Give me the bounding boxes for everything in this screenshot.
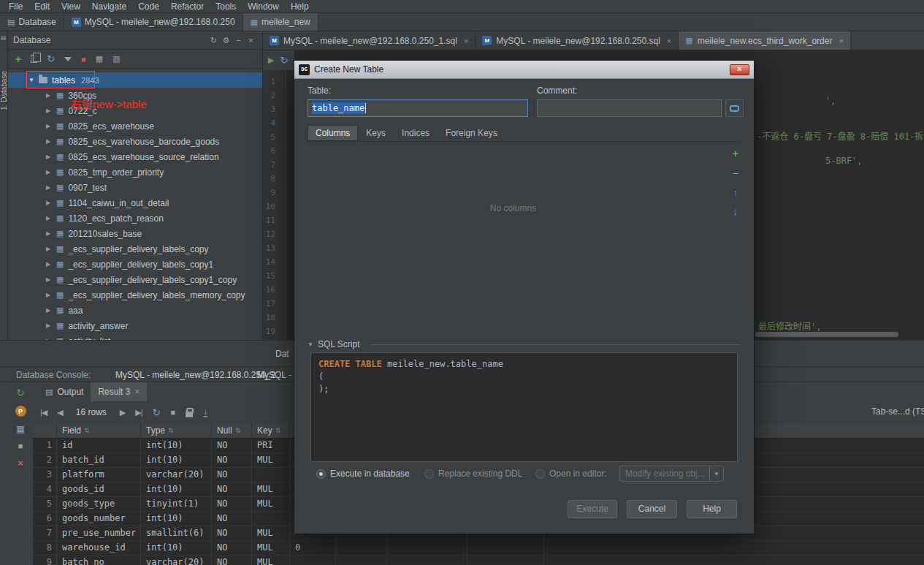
add-icon[interactable]: + (15, 53, 21, 65)
type-cell[interactable]: varchar(20) (141, 555, 212, 565)
key-cell[interactable]: MUL (252, 482, 290, 496)
dialog-tab[interactable]: Foreign Keys (438, 125, 505, 141)
tree-node-table[interactable]: ▶ ▦ 0825_ecs_warehouse (8, 118, 262, 134)
default-cell[interactable] (290, 555, 336, 565)
close-icon[interactable]: × (18, 458, 23, 469)
expand-arrow-icon[interactable]: ▶ (46, 153, 54, 160)
key-cell[interactable] (252, 468, 290, 482)
console-item[interactable]: MySQL - meilele_new@192.168.0.250_2 (115, 370, 275, 380)
editor-tab-work-order[interactable]: ▦ meilele_new.ecs_third_work_order × (679, 31, 851, 50)
gear-icon[interactable]: ⚙ (220, 36, 232, 45)
type-cell[interactable]: int(10) (141, 541, 212, 555)
key-cell[interactable]: MUL (252, 497, 290, 511)
restore-layout-icon[interactable]: ▦ (16, 424, 24, 434)
refresh-icon[interactable]: ↻ (47, 53, 55, 64)
null-cell[interactable]: NO (212, 482, 252, 496)
row-number-cell[interactable]: 5 (33, 497, 57, 511)
expand-arrow-icon[interactable]: ▶ (46, 230, 54, 237)
chevron-down-icon[interactable]: ▼ (709, 466, 723, 481)
default-cell[interactable]: 0 (290, 541, 336, 555)
menu-item[interactable]: Code (132, 1, 165, 12)
key-cell[interactable] (252, 512, 290, 526)
expand-arrow-icon[interactable]: ▶ (46, 261, 54, 268)
type-cell[interactable]: tinyint(1) (141, 497, 212, 511)
add-column-icon[interactable]: + (733, 147, 739, 159)
menu-item[interactable]: File (3, 1, 28, 12)
tree-node-table[interactable]: ▶ ▦ 1120_ecs_patch_reason (8, 211, 262, 226)
cancel-button[interactable]: Cancel (627, 500, 677, 518)
expand-arrow-icon[interactable]: ▶ (46, 92, 54, 99)
sync-icon[interactable]: ↻ (207, 36, 220, 45)
tree-node-table[interactable]: ▶ ▦ 0907_test (8, 180, 262, 195)
hide-icon[interactable]: − (232, 36, 245, 45)
help-button[interactable]: Help (687, 500, 737, 518)
row-number-cell[interactable]: 2 (33, 453, 57, 467)
radio-icon[interactable] (424, 469, 434, 479)
comment-input[interactable] (537, 99, 722, 117)
field-cell[interactable]: goods_number (57, 512, 141, 526)
lock-icon[interactable] (186, 412, 193, 417)
move-down-icon[interactable]: ↓ (733, 206, 738, 217)
expand-arrow-icon[interactable]: ▶ (46, 123, 54, 129)
radio-open-in-editor[interactable]: Open in editor: (535, 469, 607, 479)
rerun-icon[interactable]: ↻ (17, 387, 25, 398)
duplicate-icon[interactable] (31, 55, 37, 63)
menu-item[interactable]: Help (285, 1, 315, 12)
next-page-icon[interactable]: ▶ (120, 408, 125, 417)
sql-script-editor[interactable]: CREATE TABLE meilele_new.table_name ( ); (310, 352, 738, 462)
comment-button[interactable] (725, 99, 744, 117)
field-cell[interactable]: pre_use_number (57, 526, 141, 540)
radio-replace-existing-ddl[interactable]: Replace existing DDL (424, 469, 522, 479)
dialog-title-bar[interactable]: DG Create New Table × (294, 61, 754, 79)
type-cell[interactable]: varchar(20) (141, 468, 212, 482)
menu-item[interactable]: View (56, 1, 86, 12)
menu-item[interactable]: Window (242, 1, 285, 12)
row-number-cell[interactable]: 8 (33, 541, 57, 555)
console-item[interactable]: MySQL - (257, 370, 291, 380)
dialog-close-button[interactable]: × (730, 64, 749, 75)
close-tab-icon[interactable]: × (667, 37, 671, 45)
null-cell[interactable]: NO (212, 453, 252, 467)
nav-tab-schema[interactable]: ▦ meilele_new (243, 13, 318, 31)
dialog-tab[interactable]: Indices (394, 125, 438, 141)
sort-icon[interactable]: ⇅ (235, 427, 241, 434)
expand-arrow-icon[interactable]: ▶ (46, 184, 54, 191)
field-cell[interactable]: warehouse_id (57, 541, 141, 555)
type-cell[interactable]: int(10) (141, 512, 212, 526)
row-number-cell[interactable]: 1 (33, 439, 57, 452)
sort-icon[interactable]: ⇅ (275, 427, 281, 434)
collapse-icon[interactable]: ▼ (308, 341, 313, 348)
last-page-icon[interactable]: ▶| (135, 408, 142, 417)
null-cell[interactable]: NO (212, 439, 252, 452)
close-icon[interactable]: × (245, 36, 257, 45)
export-icon[interactable]: ↓ (203, 408, 207, 417)
menu-item[interactable]: Edit (28, 1, 56, 12)
field-cell[interactable]: batch_no (57, 555, 141, 565)
expand-arrow-icon[interactable]: ▶ (46, 200, 54, 206)
row-number-cell[interactable]: 3 (33, 468, 57, 482)
null-cell[interactable]: NO (212, 541, 252, 555)
expand-arrow-icon[interactable]: ▶ (46, 276, 54, 283)
editor-horizontal-scrollbar[interactable] (755, 332, 898, 337)
table-view-icon[interactable]: ▦ (96, 54, 103, 64)
table-name-input[interactable]: table_name (308, 99, 528, 117)
previous-page-icon[interactable]: ◀ (57, 408, 62, 417)
expand-arrow-icon[interactable]: ▶ (46, 138, 54, 145)
tree-node-table[interactable]: ▶ ▦ _ecs_supplier_delivery_labels_memory… (8, 287, 262, 303)
data-extractor-label[interactable]: Tab-se...d (TSV (871, 406, 924, 417)
radio-icon[interactable] (316, 469, 326, 479)
field-cell[interactable]: batch_id (57, 453, 141, 467)
tree-node-table[interactable]: ▶ ▦ activity_answer (8, 318, 262, 333)
dialog-tab[interactable]: Keys (358, 125, 394, 141)
expand-arrow-icon[interactable]: ▶ (46, 322, 54, 329)
modify-existing-dropdown[interactable]: Modify existing obj... ▼ (619, 466, 724, 482)
radio-icon[interactable] (535, 469, 545, 479)
stop-icon[interactable]: ■ (171, 408, 176, 417)
row-number-cell[interactable]: 4 (33, 482, 57, 496)
null-cell[interactable]: NO (212, 512, 252, 526)
type-cell[interactable]: int(10) (141, 439, 212, 452)
tree-node-table[interactable]: ▶ ▦ _ecs_supplier_delivery_labels_copy1_… (8, 272, 262, 287)
tree-node-table[interactable]: ▶ ▦ 0825_ecs_warehouse_barcode_goods (8, 134, 262, 149)
null-cell[interactable]: NO (212, 555, 252, 565)
row-number-cell[interactable]: 6 (33, 512, 57, 526)
